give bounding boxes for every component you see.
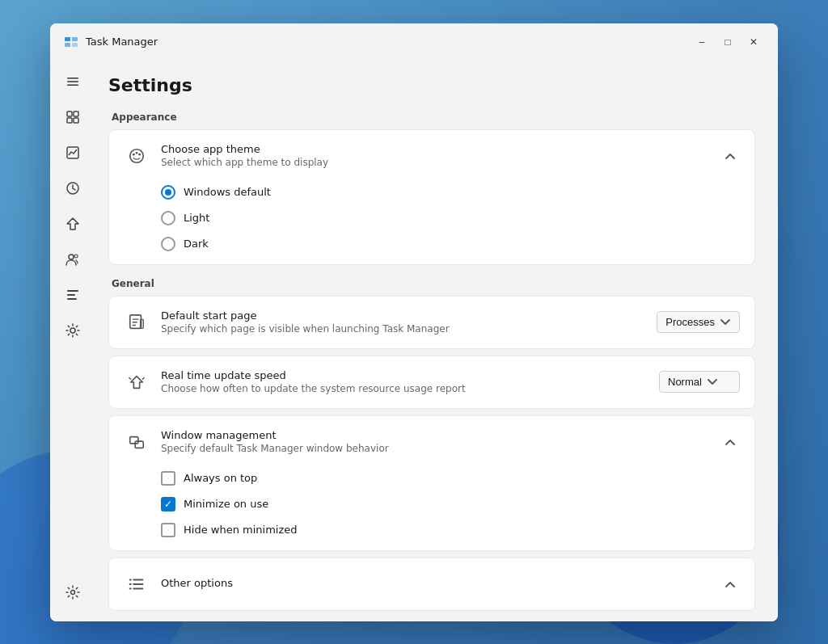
- svg-rect-4: [67, 78, 78, 79]
- svg-point-13: [69, 255, 74, 259]
- other-options-chevron-up-icon[interactable]: [720, 575, 740, 594]
- chevron-down-icon-2: [707, 377, 718, 388]
- radio-dark-label: Dark: [184, 238, 209, 250]
- services-icon: [65, 323, 80, 338]
- radio-light: [161, 211, 175, 225]
- theme-card-desc: Select which app theme to display: [161, 157, 720, 168]
- main-layout: Settings Appearance: [50, 59, 778, 621]
- sidebar: [50, 59, 95, 621]
- title-bar-left: Task Manager: [63, 34, 158, 50]
- other-options-title: Other options: [161, 577, 720, 589]
- svg-rect-26: [133, 322, 137, 322]
- other-options-card: Other options: [108, 558, 755, 611]
- window-management-card: Window management Specify default Task M…: [108, 415, 755, 551]
- close-button[interactable]: ✕: [742, 33, 765, 51]
- theme-option-windows-default[interactable]: Windows default: [161, 185, 740, 200]
- svg-point-22: [136, 151, 138, 154]
- always-on-top-option[interactable]: Always on top: [161, 471, 740, 486]
- maximize-button[interactable]: □: [716, 33, 739, 51]
- svg-rect-17: [67, 298, 77, 300]
- svg-point-21: [133, 153, 135, 155]
- window-management-chevron-up-icon[interactable]: [720, 432, 740, 452]
- window-management-checkboxes: Always on top Minimize on use Hide when …: [109, 468, 754, 550]
- svg-rect-8: [74, 112, 78, 116]
- update-speed-card-action: Normal: [659, 371, 740, 393]
- sidebar-item-menu[interactable]: [57, 65, 89, 98]
- sidebar-item-settings[interactable]: [57, 576, 89, 608]
- sidebar-bottom: [57, 576, 89, 615]
- sidebar-item-startup[interactable]: [57, 208, 89, 240]
- svg-point-23: [138, 153, 141, 155]
- theme-radio-options: Windows default Light Dark: [109, 182, 754, 264]
- svg-rect-35: [129, 587, 132, 589]
- svg-rect-27: [133, 324, 137, 325]
- minimize-button[interactable]: –: [691, 33, 713, 51]
- svg-rect-6: [67, 84, 78, 86]
- update-speed-card-text: Real time update speed Choose how often …: [161, 369, 659, 394]
- start-page-title: Default start page: [161, 309, 657, 322]
- window-management-card-action: [720, 432, 740, 452]
- update-speed-title: Real time update speed: [161, 369, 659, 381]
- svg-rect-34: [133, 583, 143, 585]
- update-speed-dropdown[interactable]: Normal: [659, 371, 740, 393]
- sidebar-item-app-history[interactable]: [57, 172, 89, 204]
- update-speed-desc: Choose how often to update the system re…: [161, 383, 659, 394]
- title-bar: Task Manager – □ ✕: [50, 23, 778, 59]
- sidebar-item-details[interactable]: [57, 279, 89, 311]
- window-management-title: Window management: [161, 429, 720, 441]
- speed-icon: [128, 373, 146, 391]
- theme-option-light[interactable]: Light: [161, 211, 740, 225]
- sidebar-item-processes[interactable]: [57, 101, 89, 133]
- svg-rect-3: [72, 43, 78, 47]
- always-on-top-label: Always on top: [184, 472, 257, 484]
- svg-rect-32: [133, 579, 143, 580]
- chevron-down-icon: [720, 317, 731, 328]
- minimize-on-use-label: Minimize on use: [184, 498, 268, 510]
- general-section-label: General: [108, 278, 755, 289]
- svg-rect-30: [135, 441, 143, 448]
- appearance-section-label: Appearance: [108, 112, 755, 123]
- minimize-on-use-option[interactable]: Minimize on use: [161, 497, 740, 511]
- svg-rect-9: [67, 118, 72, 123]
- svg-rect-29: [130, 436, 138, 443]
- svg-rect-5: [67, 81, 78, 82]
- radio-windows-default-label: Windows default: [184, 186, 271, 198]
- radio-dark: [161, 237, 175, 251]
- svg-rect-1: [72, 37, 78, 41]
- svg-rect-36: [133, 587, 143, 589]
- svg-rect-31: [129, 579, 132, 580]
- window-management-desc: Specify default Task Manager window beha…: [161, 443, 720, 454]
- theme-chevron-up-icon[interactable]: [720, 146, 740, 166]
- content-area: Settings Appearance: [95, 59, 778, 621]
- svg-rect-16: [67, 294, 75, 296]
- update-speed-icon: [124, 369, 150, 395]
- startup-icon: [65, 217, 80, 231]
- performance-icon: [65, 145, 80, 160]
- start-page-icon: [124, 309, 150, 335]
- sidebar-item-services[interactable]: [57, 314, 89, 347]
- settings-icon: [65, 585, 80, 600]
- start-page-card: Default start page Specify which page is…: [108, 296, 755, 349]
- other-options-card-text: Other options: [161, 577, 720, 591]
- svg-point-14: [74, 255, 78, 258]
- sidebar-item-performance[interactable]: [57, 137, 89, 169]
- hide-when-minimized-checkbox: [161, 523, 175, 537]
- start-page-card-text: Default start page Specify which page is…: [161, 309, 657, 335]
- theme-card-header: Choose app theme Select which app theme …: [109, 130, 754, 182]
- start-page-dropdown[interactable]: Processes: [657, 311, 740, 333]
- details-icon: [65, 288, 80, 302]
- sidebar-item-users[interactable]: [57, 243, 89, 276]
- svg-rect-0: [65, 37, 70, 41]
- task-manager-window: Task Manager – □ ✕: [50, 23, 778, 621]
- theme-option-dark[interactable]: Dark: [161, 237, 740, 251]
- hamburger-icon: [65, 74, 80, 89]
- theme-card-title: Choose app theme: [161, 143, 720, 155]
- hide-when-minimized-option[interactable]: Hide when minimized: [161, 523, 740, 537]
- svg-point-18: [70, 328, 75, 333]
- always-on-top-checkbox: [161, 471, 175, 486]
- svg-rect-15: [67, 290, 78, 292]
- radio-windows-default: [161, 185, 175, 200]
- radio-light-label: Light: [184, 212, 209, 224]
- svg-rect-25: [133, 318, 139, 319]
- window-icon: [128, 433, 146, 451]
